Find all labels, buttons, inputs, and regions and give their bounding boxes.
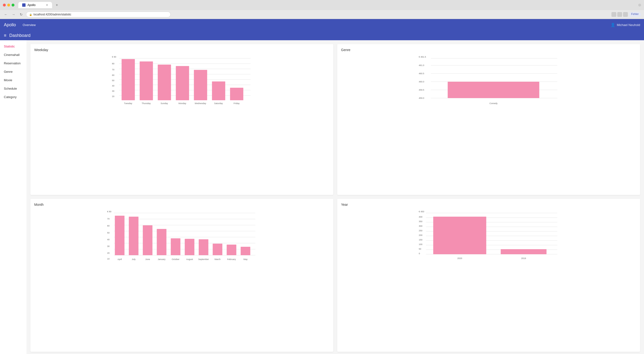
svg-text:50: 50 xyxy=(112,79,114,82)
svg-text:461.0: 461.0 xyxy=(419,64,424,66)
svg-text:20: 20 xyxy=(107,252,110,254)
svg-text:20: 20 xyxy=(112,95,114,98)
svg-text:70: 70 xyxy=(107,218,110,220)
app-logo: Apollo xyxy=(4,22,16,28)
content-area: Weekday € 90 80 70 60 50 40 xyxy=(26,40,644,354)
genre-chart-title: Genre xyxy=(341,48,636,52)
bar-sunday xyxy=(158,64,171,100)
sidebar-item-category[interactable]: Category xyxy=(0,93,26,101)
tab-close-button[interactable]: ✕ xyxy=(46,3,48,7)
svg-text:70: 70 xyxy=(112,68,114,71)
app-header: Apollo Overview 👤 Michael Neuhold xyxy=(0,19,644,30)
svg-text:10: 10 xyxy=(107,258,110,260)
svg-text:40: 40 xyxy=(112,84,114,87)
svg-text:350: 350 xyxy=(419,220,422,223)
svg-text:€ 461.5: € 461.5 xyxy=(419,56,426,58)
bar-may xyxy=(241,247,250,255)
new-tab-button[interactable]: + xyxy=(54,2,60,8)
svg-text:150: 150 xyxy=(419,238,422,241)
weekday-chart-title: Weekday xyxy=(34,48,330,52)
weekday-chart-card: Weekday € 90 80 70 60 50 40 xyxy=(30,44,333,195)
label-july: July xyxy=(132,258,136,260)
bar-june xyxy=(143,225,152,255)
browser-titlebar: Apollo ✕ + xyxy=(0,0,644,10)
bar-march xyxy=(213,244,222,255)
sidebar-item-schedule[interactable]: Schedule xyxy=(0,84,26,93)
genre-chart: € 461.5 461.0 460.5 460.0 459.5 459.0 Co… xyxy=(341,55,636,108)
label-2019: 2019 xyxy=(521,257,526,260)
address-bar[interactable]: 🔒 localhost:4200/admin/statistic xyxy=(26,12,171,17)
lock-icon: 🔒 xyxy=(29,13,32,16)
bar-2019 xyxy=(501,249,547,254)
svg-text:40: 40 xyxy=(107,238,110,241)
label-sunday: Sunday xyxy=(160,102,168,104)
user-menu[interactable]: 👤 Michael Neuhold xyxy=(610,23,640,27)
label-may: May xyxy=(244,258,248,260)
genre-chart-card: Genre € 461.5 461.0 460.5 460.0 459.5 45… xyxy=(337,44,640,195)
user-name: Michael Neuhold xyxy=(617,23,640,27)
browser-user-chip: Fehler xyxy=(629,12,641,17)
maximize-dot[interactable] xyxy=(12,4,14,6)
reload-button[interactable]: ↻ xyxy=(18,12,24,17)
bar-july xyxy=(129,217,138,255)
svg-text:30: 30 xyxy=(112,90,114,92)
sidebar-item-genre[interactable]: Genre xyxy=(0,68,26,76)
bar-october xyxy=(171,238,180,255)
sidebar-item-movie[interactable]: Movie xyxy=(0,76,26,84)
bar-tuesday xyxy=(122,59,135,100)
tab-favicon xyxy=(22,3,26,7)
sidebar: Statistic Cinemahall Reservation Genre M… xyxy=(0,40,26,354)
svg-text:60: 60 xyxy=(107,224,110,227)
svg-text:250: 250 xyxy=(419,230,422,232)
dashboard-title: Dashboard xyxy=(10,33,30,38)
svg-text:50: 50 xyxy=(107,232,110,234)
month-svg: € 80 70 60 50 40 30 20 10 xyxy=(34,210,330,265)
weekday-chart: € 90 80 70 60 50 40 30 20 xyxy=(34,55,330,108)
hamburger-icon[interactable]: ≡ xyxy=(4,33,6,38)
label-monday: Monday xyxy=(178,102,186,104)
label-thursday: Thursday xyxy=(142,102,151,104)
bar-february xyxy=(227,244,236,255)
svg-text:60: 60 xyxy=(112,74,114,76)
bar-monday xyxy=(176,66,189,100)
minimize-dot[interactable] xyxy=(7,4,10,6)
back-button[interactable]: ← xyxy=(3,12,9,17)
bar-saturday xyxy=(212,82,225,100)
year-chart: € 450 400 350 300 250 200 150 100 xyxy=(341,210,636,266)
sidebar-item-cinemahall[interactable]: Cinemahall xyxy=(0,50,26,59)
tab-title: Apollo xyxy=(28,3,36,7)
month-chart-card: Month € 80 70 60 50 40 30 20 xyxy=(30,199,333,352)
ext-icon-1 xyxy=(612,12,616,17)
bar-thursday xyxy=(140,62,153,100)
bar-wednesday xyxy=(194,70,207,100)
bar-2020 xyxy=(433,217,486,254)
svg-text:459.5: 459.5 xyxy=(419,89,424,91)
sidebar-item-reservation[interactable]: Reservation xyxy=(0,59,26,68)
month-chart: € 80 70 60 50 40 30 20 10 xyxy=(34,210,330,266)
nav-overview[interactable]: Overview xyxy=(21,23,38,27)
label-february: February xyxy=(227,258,236,260)
svg-text:100: 100 xyxy=(419,243,422,246)
genre-svg: € 461.5 461.0 460.5 460.0 459.5 459.0 Co… xyxy=(341,55,636,108)
bar-friday xyxy=(230,88,244,100)
label-tuesday: Tuesday xyxy=(124,102,132,104)
weekday-svg: € 90 80 70 60 50 40 30 20 xyxy=(34,55,330,108)
label-april: April xyxy=(118,258,122,260)
sidebar-item-statistic[interactable]: Statistic xyxy=(0,42,26,50)
label-august: August xyxy=(186,258,193,260)
svg-text:460.5: 460.5 xyxy=(419,72,424,75)
browser-toolbar: ← → ↻ 🔒 localhost:4200/admin/statistic F… xyxy=(0,10,644,19)
svg-text:400: 400 xyxy=(419,216,422,218)
forward-button[interactable]: → xyxy=(10,12,16,17)
svg-text:30: 30 xyxy=(107,245,110,248)
browser-tab[interactable]: Apollo ✕ xyxy=(18,2,52,8)
browser-dots xyxy=(3,4,14,6)
label-january: January xyxy=(158,258,166,260)
svg-text:50: 50 xyxy=(419,248,421,250)
bar-september xyxy=(199,239,208,255)
svg-text:460.0: 460.0 xyxy=(419,80,424,83)
svg-text:€ 80: € 80 xyxy=(107,210,112,213)
close-dot[interactable] xyxy=(3,4,6,6)
ext-icon-2 xyxy=(617,12,622,17)
label-saturday: Saturday xyxy=(214,102,223,104)
